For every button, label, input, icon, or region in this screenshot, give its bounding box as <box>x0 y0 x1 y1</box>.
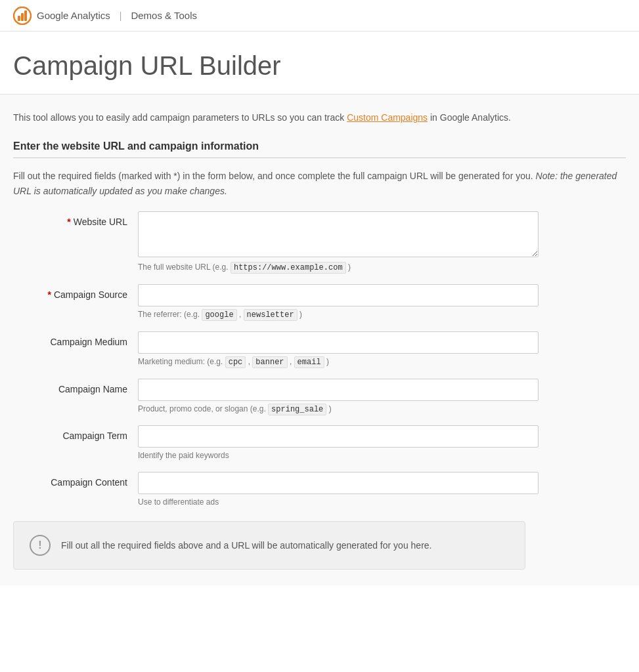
form-row-website-url: * Website URL The full website URL (e.g.… <box>13 211 539 274</box>
form-row-campaign-content: Campaign Content Use to differentiate ad… <box>13 472 539 508</box>
header-brand-text: Google Analytics <box>37 10 110 21</box>
label-text-campaign-source: Campaign Source <box>54 289 127 300</box>
ga-logo-icon <box>13 7 32 25</box>
form-container: * Website URL The full website URL (e.g.… <box>13 211 539 570</box>
page-title-section: Campaign URL Builder <box>0 32 639 94</box>
input-col-campaign-term: Identify the paid keywords <box>138 425 539 461</box>
svg-rect-2 <box>21 13 24 21</box>
label-campaign-medium: Campaign Medium <box>13 331 138 347</box>
svg-rect-1 <box>18 16 20 21</box>
intro-suffix-text: in Google Analytics. <box>428 112 511 123</box>
input-col-campaign-content: Use to differentiate ads <box>138 472 539 508</box>
required-star-website-url: * <box>67 217 70 227</box>
website-url-input[interactable] <box>138 211 539 257</box>
hint-campaign-content: Use to differentiate ads <box>138 497 539 508</box>
section-heading: Enter the website URL and campaign infor… <box>13 140 626 152</box>
campaign-name-input[interactable] <box>138 379 539 401</box>
label-text-campaign-content: Campaign Content <box>51 477 127 488</box>
hint-code-newsletter: newsletter <box>244 309 297 321</box>
hint-campaign-source: The referrer: (e.g. google , newsletter … <box>138 309 539 321</box>
form-row-campaign-name: Campaign Name Product, promo code, or sl… <box>13 379 539 415</box>
hint-code-cpc: cpc <box>225 356 246 368</box>
input-col-campaign-medium: Marketing medium: (e.g. cpc , banner , e… <box>138 331 539 368</box>
label-text-campaign-term: Campaign Term <box>62 430 127 441</box>
label-text-campaign-name: Campaign Name <box>58 384 127 394</box>
page-title: Campaign URL Builder <box>13 51 626 81</box>
header-subtitle-text: Demos & Tools <box>131 10 197 21</box>
custom-campaigns-link[interactable]: Custom Campaigns <box>347 112 428 123</box>
section-divider <box>13 158 626 158</box>
hint-website-url: The full website URL (e.g. https://www.e… <box>138 262 539 274</box>
main-content: This tool allows you to easily add campa… <box>0 94 639 585</box>
campaign-source-input[interactable] <box>138 284 539 306</box>
form-description: Fill out the required fields (marked wit… <box>13 169 626 198</box>
label-text-campaign-medium: Campaign Medium <box>51 337 128 347</box>
form-description-main: Fill out the required fields (marked wit… <box>13 171 533 181</box>
header-separator: | <box>120 10 122 21</box>
input-col-website-url: The full website URL (e.g. https://www.e… <box>138 211 539 274</box>
hint-code-banner: banner <box>252 356 287 368</box>
label-text-website-url: Website URL <box>74 217 127 227</box>
hint-code-website-url: https://www.example.com <box>231 262 346 274</box>
label-website-url: * Website URL <box>13 211 138 227</box>
generated-url-box: ! Fill out all the required fields above… <box>13 521 525 570</box>
header: Google Analytics | Demos & Tools <box>0 0 639 32</box>
label-campaign-content: Campaign Content <box>13 472 138 488</box>
hint-code-email: email <box>294 356 324 368</box>
generated-url-placeholder-text: Fill out all the required fields above a… <box>61 540 431 551</box>
hint-code-google: google <box>202 309 236 321</box>
intro-paragraph: This tool allows you to easily add campa… <box>13 110 626 125</box>
campaign-medium-input[interactable] <box>138 331 539 354</box>
svg-rect-3 <box>24 10 27 21</box>
hint-campaign-term: Identify the paid keywords <box>138 450 539 461</box>
label-campaign-source: * Campaign Source <box>13 284 138 300</box>
form-row-campaign-term: Campaign Term Identify the paid keywords <box>13 425 539 461</box>
input-col-campaign-name: Product, promo code, or slogan (e.g. spr… <box>138 379 539 415</box>
label-campaign-term: Campaign Term <box>13 425 138 441</box>
campaign-content-input[interactable] <box>138 472 539 494</box>
hint-campaign-medium: Marketing medium: (e.g. cpc , banner , e… <box>138 356 539 368</box>
campaign-term-input[interactable] <box>138 425 539 448</box>
intro-prefix-text: This tool allows you to easily add campa… <box>13 112 347 123</box>
form-row-campaign-medium: Campaign Medium Marketing medium: (e.g. … <box>13 331 539 368</box>
hint-campaign-name: Product, promo code, or slogan (e.g. spr… <box>138 404 539 415</box>
label-campaign-name: Campaign Name <box>13 379 138 394</box>
info-icon: ! <box>30 535 51 556</box>
required-star-campaign-source: * <box>47 289 51 300</box>
header-logo: Google Analytics | Demos & Tools <box>13 7 197 25</box>
hint-code-spring-sale: spring_sale <box>268 404 326 415</box>
form-row-campaign-source: * Campaign Source The referrer: (e.g. go… <box>13 284 539 321</box>
input-col-campaign-source: The referrer: (e.g. google , newsletter … <box>138 284 539 321</box>
